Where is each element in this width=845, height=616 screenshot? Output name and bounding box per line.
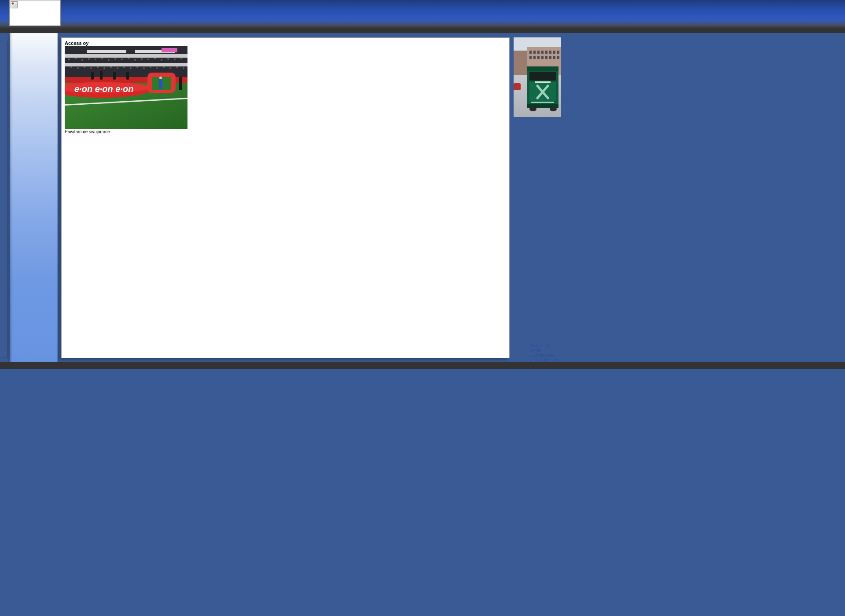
svg-rect-69	[533, 56, 536, 59]
content-image: e·on e·on e·on	[65, 46, 187, 129]
svg-point-18	[154, 58, 156, 59]
svg-point-16	[141, 58, 143, 60]
svg-point-38	[169, 67, 171, 69]
svg-rect-68	[529, 56, 532, 59]
svg-rect-64	[545, 51, 547, 54]
svg-rect-62	[537, 51, 540, 54]
svg-point-19	[161, 59, 162, 61]
svg-point-31	[123, 66, 125, 68]
svg-point-20	[167, 58, 169, 60]
svg-rect-51	[100, 71, 103, 80]
svg-point-17	[147, 59, 149, 60]
sidebar-gradient-panel	[10, 33, 58, 362]
svg-rect-80	[527, 66, 558, 71]
svg-rect-81	[529, 72, 556, 81]
svg-point-22	[180, 58, 182, 59]
svg-rect-67	[557, 51, 559, 54]
svg-point-25	[84, 66, 85, 68]
contact-city: 36760 LUOPIOINEN	[530, 348, 561, 358]
svg-point-8	[88, 58, 90, 60]
svg-rect-74	[553, 56, 555, 59]
svg-rect-61	[533, 51, 536, 54]
svg-point-21	[174, 59, 176, 60]
svg-rect-50	[91, 72, 94, 80]
svg-point-11	[108, 59, 110, 61]
svg-point-26	[90, 67, 92, 69]
svg-rect-78	[514, 83, 521, 90]
svg-rect-70	[537, 56, 540, 59]
sidebar-left-edge	[0, 41, 8, 358]
svg-rect-52	[113, 72, 116, 80]
svg-point-36	[156, 67, 158, 69]
svg-point-29	[110, 66, 112, 68]
right-image	[514, 37, 561, 117]
svg-point-30	[117, 67, 118, 69]
broken-image-icon	[9, 0, 61, 26]
svg-rect-2	[65, 63, 187, 66]
svg-point-27	[97, 66, 99, 68]
content-body: Päivitämme sivujamme.	[65, 129, 506, 134]
right-column: Retkitie 13 36760 LUOPIOINEN p. (02) 487…	[514, 37, 561, 363]
svg-point-32	[130, 67, 132, 69]
svg-point-10	[101, 58, 103, 59]
svg-rect-41	[162, 48, 177, 52]
svg-point-86	[529, 107, 536, 111]
svg-point-5	[68, 59, 70, 60]
svg-point-15	[134, 59, 136, 61]
svg-point-23	[70, 66, 72, 68]
content-panel: Access oy	[61, 37, 510, 358]
svg-rect-72	[545, 56, 547, 59]
content-title: Access oy	[65, 40, 506, 46]
svg-point-24	[77, 67, 79, 69]
svg-point-28	[103, 67, 105, 69]
contact-street: Retkitie 13	[530, 344, 561, 348]
svg-point-12	[114, 58, 116, 60]
svg-point-37	[163, 66, 165, 68]
svg-point-13	[121, 59, 123, 60]
svg-rect-66	[553, 51, 555, 54]
svg-rect-55	[159, 79, 162, 89]
svg-rect-84	[531, 102, 554, 103]
svg-point-39	[176, 66, 178, 68]
svg-rect-60	[529, 51, 532, 54]
svg-point-6	[75, 58, 77, 59]
svg-point-34	[143, 67, 145, 69]
svg-point-9	[95, 59, 96, 60]
svg-rect-65	[549, 51, 551, 54]
svg-rect-58	[514, 51, 527, 75]
header-underline	[0, 28, 845, 33]
svg-point-35	[150, 66, 151, 68]
svg-rect-63	[541, 51, 544, 54]
svg-rect-1	[65, 54, 187, 58]
svg-point-56	[159, 77, 162, 79]
svg-rect-73	[549, 56, 551, 59]
svg-point-14	[128, 58, 129, 59]
svg-point-33	[136, 66, 138, 68]
svg-point-7	[81, 59, 83, 61]
svg-rect-71	[541, 56, 544, 59]
svg-point-40	[183, 67, 184, 69]
contact-block: Retkitie 13 36760 LUOPIOINEN p. (02) 487…	[514, 344, 561, 363]
main-wrap: Access oy	[0, 33, 845, 369]
svg-rect-53	[126, 72, 129, 80]
header-banner	[0, 0, 845, 28]
svg-rect-83	[535, 81, 551, 83]
svg-text:e·on   e·on   e·on: e·on e·on e·on	[74, 84, 133, 94]
svg-rect-54	[179, 77, 182, 90]
svg-point-87	[550, 107, 557, 111]
footer-bar	[0, 362, 845, 369]
left-sidebar	[0, 33, 58, 362]
svg-rect-3	[87, 50, 126, 53]
svg-rect-75	[557, 56, 559, 59]
